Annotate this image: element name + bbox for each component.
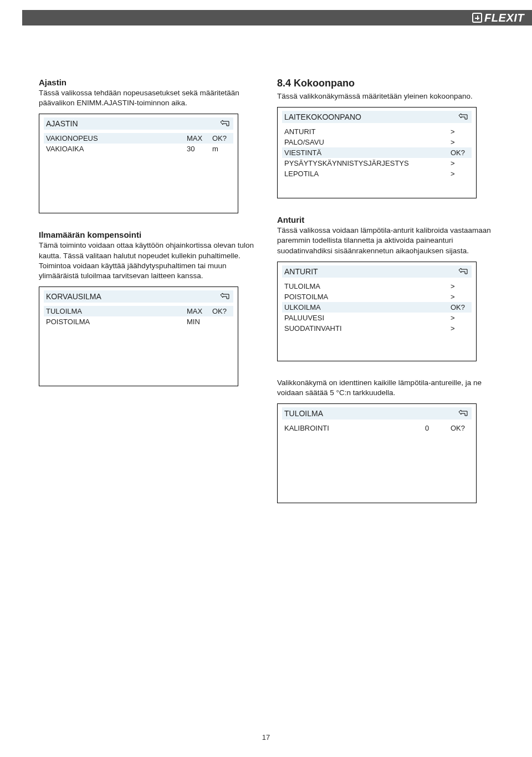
menu-row: TULOILMA MAX OK? — [44, 306, 233, 316]
row-action: > — [451, 127, 469, 136]
row-label: ULKOILMA — [284, 303, 425, 311]
desc-ajastin: Tässä valikossa tehdään nopeusasetukset … — [39, 88, 255, 108]
heading-anturit: Anturit — [277, 215, 493, 224]
row-value: MIN — [187, 318, 212, 326]
brand-logo: FLEXIT — [472, 12, 524, 24]
right-column: 8.4 Kokoonpano Tässä valikkonäkymässä mä… — [277, 78, 493, 520]
menu-row: SUODATINVAHTI > — [282, 323, 472, 334]
menu-row: POISTOILMA > — [282, 291, 472, 302]
row-action: OK? — [451, 303, 469, 311]
brand-text: FLEXIT — [484, 12, 524, 24]
row-value: MAX — [187, 307, 212, 315]
menu-tuloilma: TULOILMA KALIBROINTI 0 OK? — [277, 403, 477, 503]
menu-row: PALO/SAVU > — [282, 137, 472, 147]
desc-tuloilma: Valikkonäkymä on identtinen kaikille läm… — [277, 378, 493, 398]
row-label: TULOILMA — [46, 307, 187, 315]
menu-row: ULKOILMA OK? — [282, 302, 472, 313]
row-action: > — [451, 138, 469, 146]
row-label: TULOILMA — [284, 282, 425, 290]
menu-row: VAKIOAIKA 30 m — [44, 144, 233, 154]
menu-ajastin: AJASTIN VAKIONOPEUS MAX OK? VAKIOAIKA 30… — [39, 114, 238, 213]
desc-kokoonpano: Tässä valikkonäkymässä määritetään ylein… — [277, 91, 493, 101]
menu-row: ANTURIT > — [282, 126, 472, 137]
page-number: 17 — [0, 733, 532, 741]
menu-title: LAITEKOKOONPANO — [284, 112, 361, 121]
menu-row: VIESTINTÄ OK? — [282, 147, 472, 158]
row-label: ANTURIT — [284, 127, 425, 136]
heading-ilma: Ilmamäärän kompensointi — [39, 230, 255, 239]
row-label: LEPOTILA — [284, 170, 425, 178]
row-action: > — [451, 159, 469, 167]
row-action: > — [451, 314, 469, 322]
row-label: PYSÄYTYSKÄYNNISTYSJÄRJESTYS — [284, 159, 425, 167]
row-action: > — [451, 293, 469, 301]
row-label: VAKIONOPEUS — [46, 134, 187, 142]
row-action: OK? — [212, 307, 231, 315]
menu-title-row: ANTURIT — [282, 265, 472, 278]
row-action: OK? — [451, 149, 469, 157]
row-label: VAKIOAIKA — [46, 145, 187, 153]
desc-anturit: Tässä valikossa voidaan lämpötila-anturi… — [277, 226, 493, 256]
back-icon — [220, 293, 231, 300]
header-bar: FLEXIT — [22, 10, 532, 25]
heading-ajastin: Ajastin — [39, 78, 255, 87]
row-action: OK? — [451, 424, 469, 432]
heading-kokoonpano: 8.4 Kokoonpano — [277, 78, 493, 89]
menu-title-row: AJASTIN — [44, 117, 233, 130]
row-label: POISTOILMA — [284, 293, 425, 301]
row-label: PALO/SAVU — [284, 138, 425, 146]
menu-title-row: KORVAUSILMA — [44, 290, 233, 303]
back-icon — [220, 120, 231, 127]
menu-row: PALUUVESI > — [282, 313, 472, 323]
left-column: Ajastin Tässä valikossa tehdään nopeusas… — [39, 78, 255, 520]
row-label: KALIBROINTI — [284, 424, 425, 432]
menu-title: AJASTIN — [46, 119, 78, 128]
menu-title-row: LAITEKOKOONPANO — [282, 111, 472, 123]
row-value: 30 — [187, 145, 212, 153]
row-label: SUODATINVAHTI — [284, 324, 425, 333]
page-content: Ajastin Tässä valikossa tehdään nopeusas… — [39, 78, 493, 520]
menu-row: VAKIONOPEUS MAX OK? — [44, 133, 233, 144]
menu-row: KALIBROINTI 0 OK? — [282, 423, 472, 433]
desc-ilma: Tämä toiminto voidaan ottaa käyttöön ohj… — [39, 241, 255, 281]
row-unit: m — [212, 145, 231, 153]
menu-title: TULOILMA — [284, 409, 323, 418]
row-action: OK? — [212, 134, 231, 142]
menu-row: LEPOTILA > — [282, 168, 472, 179]
row-value: 0 — [425, 424, 451, 432]
brand-icon — [472, 13, 482, 23]
back-icon — [458, 268, 469, 275]
menu-anturit: ANTURIT TULOILMA > POISTOILMA > ULKOILMA… — [277, 262, 477, 361]
menu-title-row: TULOILMA — [282, 407, 472, 420]
menu-title: KORVAUSILMA — [46, 292, 101, 301]
row-label: VIESTINTÄ — [284, 149, 425, 157]
row-action: > — [451, 324, 469, 333]
row-action: > — [451, 282, 469, 290]
row-value: MAX — [187, 134, 212, 142]
row-label: PALUUVESI — [284, 314, 425, 322]
back-icon — [458, 410, 469, 417]
menu-laitekokoonpano: LAITEKOKOONPANO ANTURIT > PALO/SAVU > VI… — [277, 107, 477, 198]
menu-title: ANTURIT — [284, 267, 318, 276]
row-action: > — [451, 170, 469, 178]
menu-row: POISTOILMA MIN — [44, 316, 233, 327]
menu-row: PYSÄYTYSKÄYNNISTYSJÄRJESTYS > — [282, 158, 472, 168]
menu-korvausilma: KORVAUSILMA TULOILMA MAX OK? POISTOILMA … — [39, 287, 238, 386]
menu-row: TULOILMA > — [282, 281, 472, 291]
row-label: POISTOILMA — [46, 318, 187, 326]
back-icon — [458, 113, 469, 121]
